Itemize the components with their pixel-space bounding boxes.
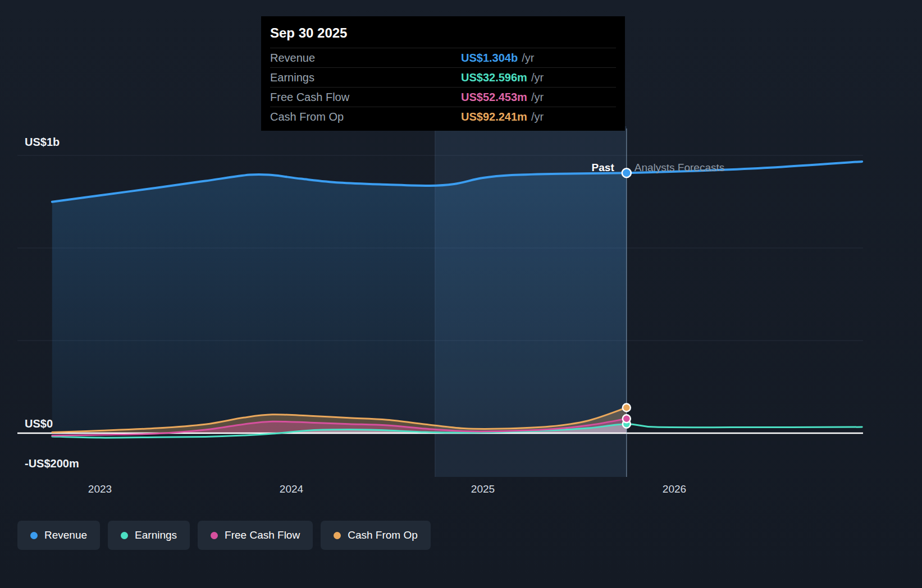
- x-axis-label: 2026: [663, 483, 686, 495]
- legend-dot-icon: [334, 532, 341, 539]
- free-cash-flow-marker: [623, 415, 631, 422]
- legend-label: Revenue: [44, 529, 87, 541]
- earnings-revenue-chart: US$1bUS$0-US$200m 2023202420252026 Past …: [0, 0, 922, 588]
- tooltip-row-unit: /yr: [531, 111, 544, 123]
- legend-dot-icon: [30, 532, 38, 539]
- legend-dot-icon: [211, 532, 218, 539]
- tooltip-row: Free Cash FlowUS$52.453m/yr: [270, 87, 616, 107]
- chart-tooltip: Sep 30 2025 RevenueUS$1.304b/yrEarningsU…: [261, 16, 625, 131]
- tooltip-row-value: US$52.453m: [461, 91, 527, 104]
- legend-label: Cash From Op: [348, 529, 418, 541]
- analysts-forecasts-label: Analysts Forecasts: [635, 162, 725, 174]
- legend-item-cash-from-op[interactable]: Cash From Op: [321, 521, 431, 550]
- legend-dot-icon: [121, 532, 128, 539]
- x-axis-label: 2023: [88, 483, 112, 495]
- legend-item-earnings[interactable]: Earnings: [108, 521, 190, 550]
- tooltip-row-unit: /yr: [522, 52, 534, 65]
- tooltip-row: EarningsUS$32.596m/yr: [270, 67, 616, 87]
- x-axis-label: 2025: [471, 483, 495, 495]
- legend: RevenueEarningsFree Cash FlowCash From O…: [17, 521, 431, 550]
- tooltip-date: Sep 30 2025: [270, 22, 616, 48]
- tooltip-row-unit: /yr: [531, 71, 544, 84]
- tooltip-row: Cash From OpUS$92.241m/yr: [270, 107, 616, 126]
- legend-item-free-cash-flow[interactable]: Free Cash Flow: [198, 521, 313, 550]
- revenue-marker: [622, 168, 631, 177]
- past-label: Past: [592, 162, 614, 174]
- tooltip-row-value: US$92.241m: [461, 111, 527, 123]
- x-axis-label: 2024: [280, 483, 303, 495]
- cash-from-op-marker: [623, 404, 631, 412]
- tooltip-rows: RevenueUS$1.304b/yrEarningsUS$32.596m/yr…: [270, 48, 616, 126]
- y-axis-label: -US$200m: [25, 457, 79, 470]
- tooltip-row-value: US$1.304b: [461, 52, 518, 65]
- legend-label: Earnings: [135, 529, 177, 541]
- legend-item-revenue[interactable]: Revenue: [17, 521, 100, 550]
- y-axis-label: US$1b: [25, 136, 60, 149]
- tooltip-row-label: Free Cash Flow: [270, 91, 461, 104]
- tooltip-row-label: Earnings: [270, 71, 461, 84]
- tooltip-row-unit: /yr: [531, 91, 544, 104]
- tooltip-row: RevenueUS$1.304b/yr: [270, 48, 616, 67]
- tooltip-row-value: US$32.596m: [461, 71, 527, 84]
- tooltip-row-label: Cash From Op: [270, 111, 461, 123]
- tooltip-row-label: Revenue: [270, 52, 461, 65]
- y-axis-label: US$0: [25, 417, 53, 430]
- legend-label: Free Cash Flow: [225, 529, 300, 541]
